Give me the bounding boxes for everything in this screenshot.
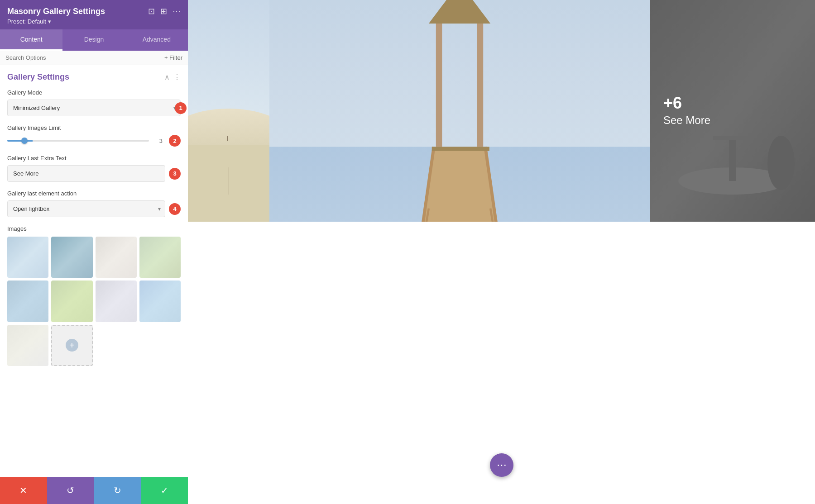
images-section: Images + <box>7 225 181 366</box>
gallery-images-limit-slider[interactable] <box>7 140 149 142</box>
gallery-mode-field: Gallery Mode Minimized Gallery ▾ 1 <box>7 89 181 116</box>
gallery-grid: +6 See More <box>188 0 815 222</box>
image-thumb-8[interactable] <box>139 281 181 322</box>
gallery-mode-badge: 1 <box>175 102 187 114</box>
tab-design[interactable]: Design <box>62 29 125 51</box>
focus-icon[interactable]: ⊡ <box>148 6 155 16</box>
gallery-last-extra-text-badge: 3 <box>169 168 181 180</box>
add-image-button[interactable]: + <box>51 325 92 366</box>
gallery-mode-select-wrapper: Minimized Gallery ▾ <box>7 100 181 116</box>
tab-content[interactable]: Content <box>0 29 62 51</box>
redo-button[interactable]: ↻ <box>94 477 141 504</box>
pier-image <box>269 0 650 222</box>
section-more-icon[interactable]: ⋮ <box>173 73 181 81</box>
fab-icon: ⋯ <box>497 459 507 471</box>
gallery-mode-label: Gallery Mode <box>7 89 181 96</box>
more-icon[interactable]: ⋯ <box>173 6 181 16</box>
svg-rect-13 <box>477 24 484 147</box>
gallery-images-limit-value: 3 <box>153 138 163 144</box>
image-thumb-5[interactable] <box>7 281 48 322</box>
sidebar-header: Masonry Gallery Settings ⊡ ⊞ ⋯ Preset: D… <box>0 0 188 29</box>
see-more-overlay[interactable]: +6 See More <box>650 0 815 222</box>
gallery-image-1[interactable] <box>188 0 269 222</box>
undo-button[interactable]: ↺ <box>47 477 94 504</box>
section-controls: ∧ ⋮ <box>164 73 181 81</box>
gallery-images-limit-badge: 2 <box>169 135 181 147</box>
svg-rect-12 <box>436 24 442 147</box>
gallery-last-element-action-label: Gallery last element action <box>7 190 181 197</box>
sidebar: Masonry Gallery Settings ⊡ ⊞ ⋯ Preset: D… <box>0 0 188 504</box>
images-label: Images <box>7 225 181 232</box>
gallery-last-extra-text-input[interactable] <box>7 165 165 182</box>
gallery-last-element-action-select[interactable]: Open lightbox <box>7 200 165 217</box>
gallery-last-extra-text-field: Gallery Last Extra Text 3 <box>7 155 181 182</box>
tabs-bar: Content Design Advanced <box>0 29 188 51</box>
section-header: Gallery Settings ∧ ⋮ <box>7 72 181 82</box>
gallery-last-element-action-wrapper: Open lightbox ▾ 4 <box>7 200 181 217</box>
add-plus-icon: + <box>66 339 78 352</box>
sidebar-content: Gallery Settings ∧ ⋮ Gallery Mode Minimi… <box>0 65 188 477</box>
gallery-mode-select[interactable]: Minimized Gallery <box>7 100 181 116</box>
image-grid: + <box>7 237 181 366</box>
gallery-last-element-action-field: Gallery last element action Open lightbo… <box>7 190 181 217</box>
gallery-image-2[interactable] <box>269 0 650 222</box>
svg-rect-14 <box>432 147 489 151</box>
see-more-text: See More <box>663 114 801 127</box>
image-thumb-2[interactable] <box>51 237 92 278</box>
svg-rect-3 <box>227 136 228 141</box>
tab-advanced[interactable]: Advanced <box>125 29 188 51</box>
section-title: Gallery Settings <box>7 72 69 82</box>
svg-rect-2 <box>188 145 269 222</box>
image-thumb-6[interactable] <box>51 281 92 322</box>
image-thumb-3[interactable] <box>96 237 137 278</box>
footer-toolbar: ✕ ↺ ↻ ✓ <box>0 477 188 504</box>
image-thumb-1[interactable] <box>7 237 48 278</box>
search-input[interactable] <box>5 54 161 61</box>
gallery-last-extra-text-label: Gallery Last Extra Text <box>7 155 181 162</box>
fab-button[interactable]: ⋯ <box>490 453 513 477</box>
filter-button[interactable]: + Filter <box>164 54 182 61</box>
preview-area: +6 See More ⋯ <box>188 0 815 504</box>
layout-icon[interactable]: ⊞ <box>160 6 167 16</box>
collapse-icon[interactable]: ∧ <box>164 73 170 81</box>
image-thumb-4[interactable] <box>139 237 181 278</box>
image-thumb-7[interactable] <box>96 281 137 322</box>
desert-image <box>188 0 269 222</box>
cancel-button[interactable]: ✕ <box>0 477 47 504</box>
gallery-image-3[interactable]: +6 See More <box>650 0 815 222</box>
gallery-last-element-action-select-wrapper: Open lightbox ▾ <box>7 200 165 217</box>
gallery-mode-wrapper: Minimized Gallery ▾ 1 <box>7 100 181 116</box>
gallery-images-limit-label: Gallery Images Limit <box>7 124 181 131</box>
search-bar: + Filter <box>0 51 188 65</box>
see-more-count: +6 <box>663 95 801 111</box>
image-thumb-9[interactable] <box>7 325 48 366</box>
gallery-last-element-action-badge: 4 <box>169 203 181 215</box>
sidebar-title: Masonry Gallery Settings <box>7 7 105 16</box>
gallery-images-limit-field: Gallery Images Limit 3 2 <box>7 124 181 147</box>
gallery-last-extra-text-wrapper: 3 <box>7 165 181 182</box>
sidebar-preset[interactable]: Preset: Default ▾ <box>7 18 181 25</box>
sidebar-header-icons: ⊡ ⊞ ⋯ <box>148 6 181 16</box>
save-button[interactable]: ✓ <box>141 477 188 504</box>
